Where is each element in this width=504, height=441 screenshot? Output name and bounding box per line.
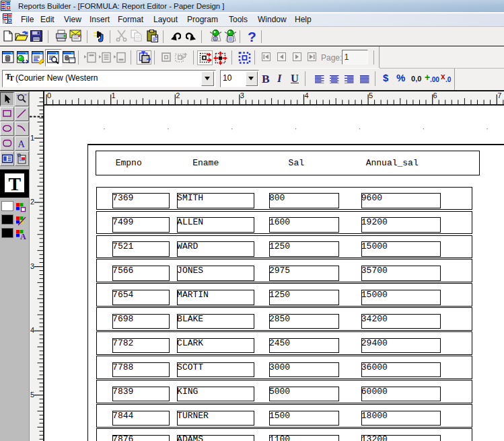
- svg-text:A: A: [17, 138, 25, 149]
- svg-text:A: A: [20, 232, 26, 240]
